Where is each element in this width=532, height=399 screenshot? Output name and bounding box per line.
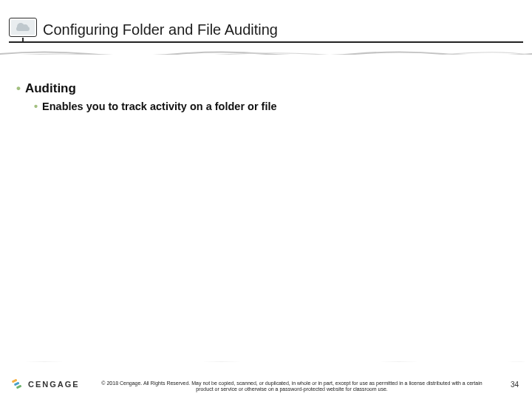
bullet-text: Auditing (25, 81, 76, 95)
slide-footer: CENGAGE © 2018 Cengage. All Rights Reser… (0, 366, 532, 399)
brand-name: CENGAGE (28, 380, 80, 389)
bullet-level-1: •Auditing (16, 81, 516, 96)
bullet-level-2: •Enables you to track activity on a fold… (34, 100, 516, 112)
copyright-text: © 2018 Cengage. All Rights Reserved. May… (96, 381, 488, 394)
bullet-dot-icon: • (16, 81, 21, 95)
title-underline (9, 41, 523, 43)
brand-logo: CENGAGE (12, 378, 80, 390)
slide-title: Configuring Folder and File Auditing (43, 21, 278, 38)
monitor-cloud-icon (9, 18, 37, 41)
bullet-text: Enables you to track activity on a folde… (42, 100, 276, 112)
brand-mark-icon (12, 378, 24, 390)
decorative-brush-bottom (0, 356, 532, 362)
page-number: 34 (511, 381, 519, 389)
decorative-brush-top (0, 47, 532, 55)
slide-body: •Auditing •Enables you to track activity… (16, 81, 516, 112)
bullet-dot-icon: • (34, 100, 38, 112)
slide-header: Configuring Folder and File Auditing (9, 18, 523, 41)
